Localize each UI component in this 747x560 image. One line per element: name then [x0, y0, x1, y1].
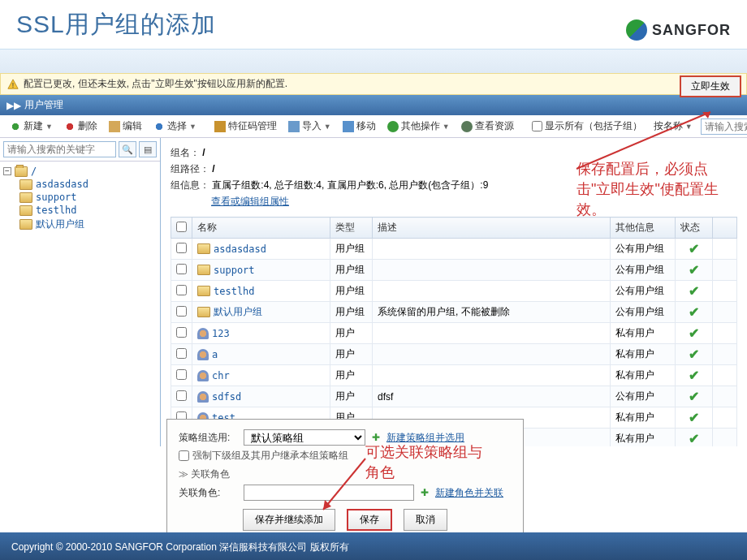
- cancel-button[interactable]: 取消: [404, 509, 447, 531]
- page-title: SSL用户组的添加: [16, 8, 731, 41]
- status-check-icon: ✔: [689, 368, 699, 382]
- view-resource-button[interactable]: 查看资源: [456, 118, 519, 135]
- folder-open-icon: [15, 166, 28, 177]
- other-icon: [387, 121, 399, 132]
- table-row[interactable]: 123 用户 私有用户 ✔: [171, 323, 737, 344]
- row-checkbox[interactable]: [176, 348, 187, 359]
- plus-small-icon: ✚: [421, 487, 429, 498]
- table-row[interactable]: 默认用户组 用户组 系统保留的用户组, 不能被删除 公有用户组 ✔: [171, 302, 737, 323]
- select-button[interactable]: 选择▼: [149, 118, 201, 135]
- row-name-link[interactable]: 默认用户组: [214, 305, 262, 319]
- role-input[interactable]: [244, 485, 414, 501]
- import-icon: [288, 121, 300, 132]
- policy-select[interactable]: 默认策略组: [244, 429, 365, 446]
- import-button[interactable]: 导入▼: [283, 118, 336, 135]
- status-check-icon: ✔: [689, 390, 699, 403]
- row-checkbox[interactable]: [176, 327, 187, 338]
- status-check-icon: ✔: [689, 284, 699, 298]
- footer: Copyright © 2000-2010 SANGFOR Corporatio…: [0, 532, 747, 560]
- row-name-link[interactable]: 123: [212, 328, 230, 339]
- view-edit-group-link[interactable]: 查看或编辑组属性: [211, 196, 289, 207]
- brand-name: SANGFOR: [652, 22, 731, 39]
- annotation-policy: 可选关联策略组与角色: [365, 442, 487, 483]
- table-row[interactable]: support 用户组 公有用户组 ✔: [171, 260, 737, 281]
- annotation-apply: 保存配置后，必须点击"立即生效"使配置生效。: [576, 159, 739, 221]
- plus-icon: [10, 121, 21, 132]
- table-row[interactable]: sdfsd 用户 dfsf 公有用户 ✔: [171, 386, 737, 407]
- new-button[interactable]: 新建▼: [5, 118, 58, 135]
- show-all-checkbox[interactable]: 显示所有（包括子组）: [527, 118, 647, 135]
- row-checkbox[interactable]: [176, 369, 187, 380]
- search-input[interactable]: [701, 118, 747, 135]
- row-name-link[interactable]: chr: [212, 370, 230, 381]
- sidebar-search-button[interactable]: 🔍: [119, 141, 136, 157]
- page-header: SSL用户组的添加 SANGFOR: [0, 0, 747, 49]
- row-checkbox[interactable]: [176, 306, 187, 317]
- tree-item[interactable]: 默认用户组: [19, 217, 157, 232]
- save-button[interactable]: 保存: [347, 509, 392, 531]
- table-row[interactable]: chr 用户 私有用户 ✔: [171, 365, 737, 386]
- group-tree: − / asdasdasdsupporttestlhd默认用户组: [0, 162, 160, 235]
- warning-icon: !: [7, 79, 19, 90]
- tree-item[interactable]: asdasdasd: [19, 178, 157, 191]
- user-icon: [197, 370, 209, 381]
- view-icon: [461, 121, 473, 132]
- move-icon: [343, 121, 354, 132]
- user-icon: [197, 391, 209, 403]
- sidebar-search-input[interactable]: [3, 141, 116, 157]
- user-table: 名称 类型 描述 其他信息 状态 asdasdasd 用户组 公有用户组 ✔ s…: [171, 217, 737, 446]
- collapse-icon[interactable]: −: [3, 167, 11, 175]
- row-name-link[interactable]: asdasdasd: [214, 243, 266, 255]
- row-checkbox[interactable]: [176, 243, 187, 253]
- col-desc[interactable]: 描述: [373, 218, 611, 239]
- status-check-icon: ✔: [689, 347, 699, 361]
- row-name-link[interactable]: a: [212, 349, 218, 360]
- sidebar-filter-button[interactable]: ▤: [139, 141, 157, 157]
- status-check-icon: ✔: [689, 411, 699, 424]
- minus-icon: [64, 121, 76, 132]
- folder-icon: [19, 179, 32, 190]
- row-name-link[interactable]: testlhd: [214, 286, 255, 297]
- edit-button[interactable]: 编辑: [104, 118, 147, 135]
- folder-icon: [197, 307, 210, 317]
- breadcrumb: ▶▶ 用户管理: [0, 95, 747, 115]
- row-checkbox[interactable]: [176, 390, 187, 401]
- delete-button[interactable]: 删除: [59, 118, 102, 135]
- save-continue-button[interactable]: 保存并继续添加: [243, 509, 335, 531]
- breadcrumb-label: 用户管理: [24, 98, 63, 112]
- folder-icon: [197, 265, 210, 275]
- warning-text: 配置已更改, 但还未生效, 点击"立即生效"按钮以应用新的配置.: [24, 77, 287, 91]
- folder-icon: [19, 219, 32, 230]
- edit-icon: [109, 121, 120, 132]
- row-checkbox[interactable]: [176, 264, 187, 274]
- cert-icon: [214, 121, 226, 132]
- tree-root[interactable]: − /: [3, 165, 157, 178]
- apply-now-button[interactable]: 立即生效: [680, 75, 741, 97]
- folder-icon: [197, 243, 210, 254]
- table-row[interactable]: a 用户 私有用户 ✔: [171, 344, 737, 365]
- status-check-icon: ✔: [689, 263, 699, 277]
- row-name-link[interactable]: support: [214, 265, 255, 276]
- banner-gradient: [0, 49, 747, 73]
- user-icon: [197, 349, 209, 360]
- row-name-link[interactable]: sdfsd: [212, 391, 241, 403]
- col-type[interactable]: 类型: [330, 218, 373, 239]
- plus-small-icon: ✚: [372, 432, 380, 443]
- other-ops-button[interactable]: 其他操作▼: [382, 118, 455, 135]
- move-button[interactable]: 移动: [338, 118, 381, 135]
- search-by-dropdown[interactable]: 按名称▼: [649, 118, 697, 135]
- new-role-link[interactable]: 新建角色并关联: [435, 486, 503, 500]
- status-check-icon: ✔: [689, 326, 699, 340]
- brand-logo: SANGFOR: [626, 19, 731, 41]
- cert-button[interactable]: 特征码管理: [209, 118, 282, 135]
- row-checkbox[interactable]: [176, 285, 187, 295]
- status-check-icon: ✔: [689, 432, 699, 446]
- sangfor-icon: [626, 19, 647, 41]
- tree-item[interactable]: testlhd: [19, 204, 157, 217]
- tree-item[interactable]: support: [19, 191, 157, 204]
- folder-icon: [19, 205, 32, 216]
- table-row[interactable]: asdasdasd 用户组 公有用户组 ✔: [171, 239, 737, 260]
- select-all-checkbox[interactable]: [176, 222, 187, 232]
- col-name[interactable]: 名称: [192, 218, 330, 239]
- table-row[interactable]: testlhd 用户组 公有用户组 ✔: [171, 281, 737, 302]
